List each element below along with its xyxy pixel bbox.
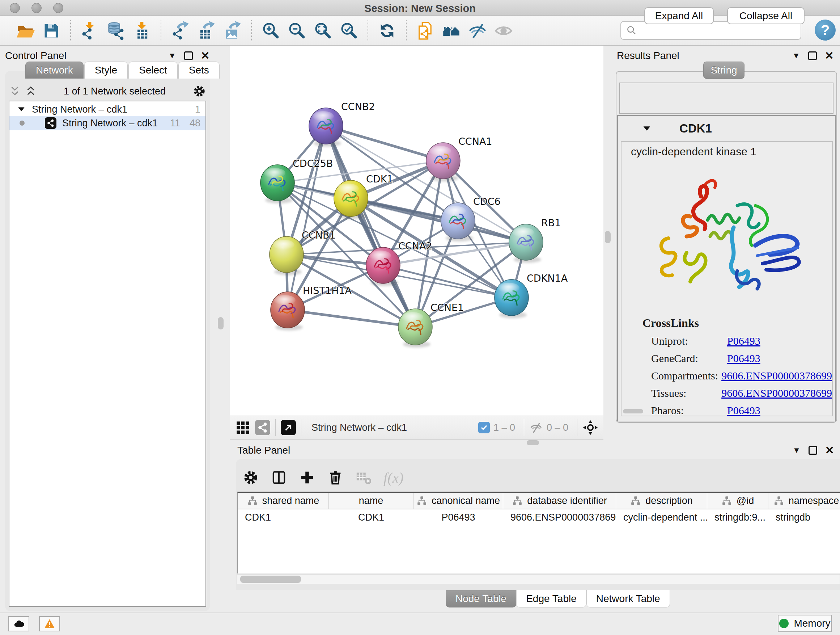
crosslink-row: Uniprot:P06493 [622,335,832,347]
crosslink-link[interactable]: P06493 [727,335,760,347]
selected-node-edge-count: 1 – 0 [493,422,515,433]
crosslink-link[interactable]: P06493 [727,352,760,364]
import-network-button[interactable] [79,20,100,41]
help-button[interactable]: ? [815,19,836,41]
toolbar-separator [70,20,71,41]
tab-select[interactable]: Select [128,62,178,79]
network-row[interactable]: String Network – cdk1 11 48 [9,116,205,130]
collection-expand-icon[interactable] [17,105,26,114]
network-canvas[interactable]: CCNB2 CCNA1 CDC25B CDK1 CDC6 RB1 CCNB1 [230,46,603,416]
birdseye-view-button[interactable] [281,420,296,435]
zoom-in-button[interactable] [260,20,281,41]
node-CCNB2[interactable]: CCNB2 [309,101,375,147]
table-panel-float-icon[interactable] [808,446,817,455]
control-panel-float-icon[interactable] [184,51,193,60]
show-hide-graphics-button[interactable] [467,20,488,41]
expand-all-button[interactable]: Expand All [644,7,714,24]
tab-network[interactable]: Network [25,62,84,79]
column-header-namespace[interactable]: namespace [768,493,840,509]
save-session-button[interactable] [41,20,62,41]
tab-style[interactable]: Style [84,62,128,79]
search-input[interactable] [638,23,801,38]
table-panel-menu-icon[interactable]: ▼ [793,446,801,455]
table-cell[interactable]: stringdb [768,509,840,525]
column-header-name[interactable]: name [329,493,414,509]
results-panel-float-icon[interactable] [808,51,817,60]
gene-collapse-icon[interactable] [642,124,652,134]
memory-button[interactable]: Memory [778,615,832,632]
tab-network-table[interactable]: Network Table [586,590,670,608]
network-options-gear-icon[interactable] [193,84,206,98]
warnings-button[interactable] [39,616,60,631]
crosslink-label: GeneCard: [651,352,727,364]
import-table-button[interactable] [131,20,152,41]
collapse-all-button[interactable]: Collapse All [727,7,805,24]
right-splitter-handle[interactable] [605,231,611,243]
delete-column-icon[interactable] [327,469,344,486]
results-panel-close-icon[interactable]: ✕ [825,49,834,62]
edge-HIST1H1A-CCNE1[interactable] [287,310,415,327]
tab-sets[interactable]: Sets [178,62,219,79]
left-splitter-handle[interactable] [218,317,224,329]
fit-content-crosshair-icon[interactable] [583,420,598,435]
column-header--id[interactable]: @id [707,493,768,509]
column-header-database-identifier[interactable]: database identifier [503,493,616,509]
export-table-button[interactable] [196,20,217,41]
column-header-canonical-name[interactable]: canonical name [414,493,503,509]
node-CDKN1A[interactable]: CDKN1A [494,272,568,318]
zoom-fit-button[interactable] [312,20,333,41]
crosslink-link[interactable]: P06493 [727,404,760,417]
zoom-out-button[interactable] [286,20,307,41]
control-panel-close-icon[interactable]: ✕ [201,49,210,62]
open-session-button[interactable] [15,20,36,41]
refresh-button[interactable] [377,20,398,41]
show-columns-icon[interactable] [271,469,287,486]
tab-node-table[interactable]: Node Table [446,590,516,608]
edge-CCNB2-HIST1H1A[interactable] [287,126,326,310]
selected-items-checkbox[interactable] [478,422,490,433]
node-HIST1H1A[interactable]: HIST1H1A [271,285,352,331]
column-header-description[interactable]: description [616,493,707,509]
column-header-label: @id [737,495,754,507]
table-options-gear-icon[interactable] [242,469,259,486]
table-cell[interactable]: CDK1 [329,509,414,525]
node-CCNA1[interactable]: CCNA1 [426,136,493,181]
results-panel-menu-icon[interactable]: ▼ [792,51,800,60]
table-cell[interactable]: cyclin-dependent ... [616,509,707,525]
edge-CCNB2-CCNA1[interactable] [326,126,443,161]
table-row[interactable]: CDK1CDK1P064939606.ENSP00000378699cyclin… [238,509,840,525]
tab-edge-table[interactable]: Edge Table [516,590,586,608]
table-panel-close-icon[interactable]: ✕ [825,444,834,456]
table-cell[interactable]: CDK1 [238,509,329,525]
share-view-button[interactable] [255,420,270,435]
collapse-all-networks-icon[interactable] [9,85,21,97]
table-hscrollbar[interactable] [237,574,840,584]
crosslink-link[interactable]: 9606.ENSP00000378699 [722,370,832,382]
table-cell[interactable]: P06493 [414,509,503,525]
grid-view-icon[interactable] [235,420,250,435]
network-collection-row[interactable]: String Network – cdk1 1 [9,101,205,116]
gene-panel-hscrollbar[interactable] [623,409,643,413]
home-apps-button[interactable] [441,20,462,41]
preview-button[interactable] [493,20,514,41]
control-panel-menu-icon[interactable]: ▼ [168,51,176,60]
expand-all-networks-icon[interactable] [25,85,37,97]
clone-network-button[interactable] [415,20,436,41]
add-column-icon[interactable] [299,469,316,486]
crosslink-link[interactable]: 9606.ENSP00000378699 [722,387,832,399]
table-hscrollbar-thumb[interactable] [240,576,301,583]
export-network-button[interactable] [170,20,191,41]
gene-description: cyclin-dependent kinase 1 [631,146,756,158]
table-cell[interactable]: 9606.ENSP00000378699 [503,509,616,525]
zoom-selected-button[interactable] [338,20,359,41]
import-database-button[interactable] [105,20,126,41]
tab-string[interactable]: String [703,62,745,79]
table-cell[interactable]: stringdb:9... [707,509,768,525]
node-RB1[interactable]: RB1 [509,217,561,263]
export-image-button[interactable] [222,20,243,41]
cloud-button[interactable] [8,616,29,631]
save-session-icon [42,21,61,40]
column-header-shared-name[interactable]: shared name [238,493,329,509]
node-table: shared namename canonical name database … [237,492,840,573]
node-label-CDKN1A: CDKN1A [527,272,568,284]
